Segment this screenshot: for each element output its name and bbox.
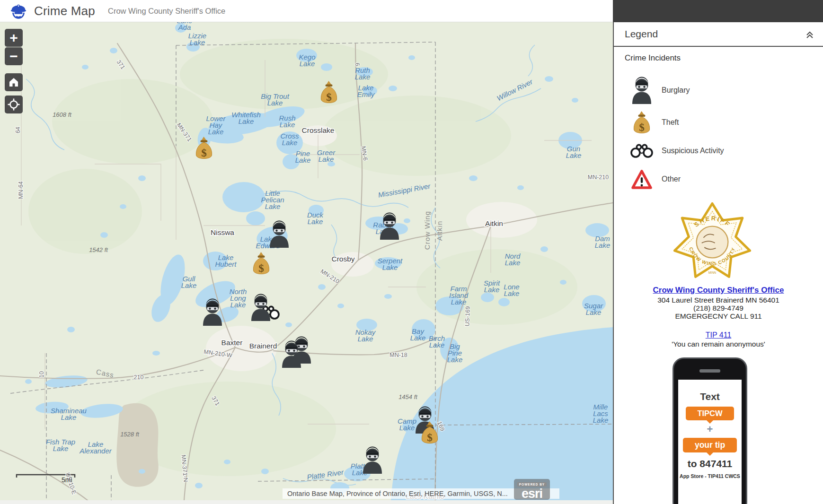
map-canvas[interactable]: LakeAdaLizzieLakeKegoLakeRuthLakeLakeEmi…	[0, 22, 613, 500]
map-label-water: KegoLake	[299, 53, 315, 68]
map-label-town: Brainerd	[249, 342, 277, 350]
anonymous-tagline: 'You can remain anonymous'	[614, 340, 823, 348]
map-label-water: SpiritLake	[484, 279, 500, 294]
map-label-water: LakeEmily	[357, 84, 375, 98]
map-label-water: GreerLake	[317, 148, 336, 163]
burglar-icon	[629, 77, 654, 104]
locate-button[interactable]	[5, 96, 23, 113]
phone-speaker	[699, 369, 720, 373]
map-label-water: BirchLake	[429, 334, 445, 349]
zoom-in-button[interactable]: +	[5, 29, 23, 47]
map-label-water: RuthLake	[355, 66, 371, 81]
app-title: Crime Map	[34, 4, 95, 18]
binoculars-icon	[629, 143, 654, 158]
map-label-water: GunLake	[566, 145, 582, 159]
legend-panel: Legend Crime Incidents Burglary Theft Su…	[613, 0, 823, 504]
your-tip-button[interactable]: your tip	[683, 438, 737, 452]
warning-triangle-icon	[629, 169, 654, 190]
legend-item-other: Other	[629, 166, 681, 192]
home-icon	[8, 77, 19, 88]
office-link[interactable]: Crow Wing County Sheriff's Office	[614, 286, 823, 295]
map-label-road: 64	[15, 127, 21, 133]
map-label-road: 210	[134, 374, 144, 381]
map-label-road: 10	[38, 371, 45, 378]
crime-map-app: Crime Map Crow Wing County Sheriff's Off…	[0, 0, 823, 504]
map-label-water: DamLake	[595, 235, 611, 249]
phone-screen: Text TIPCW + your tip to 847411 App Stor…	[678, 380, 742, 504]
map-label-water: PineLake	[295, 149, 311, 164]
powered-by-label: POWERED BY	[517, 482, 547, 487]
map-label-water: MilleLacsLake	[593, 403, 609, 424]
map-label-elev: 1454 ft	[398, 393, 418, 400]
map-label-water: NordLake	[505, 252, 521, 267]
map-label-water: LakeAda	[177, 22, 193, 31]
map-base: LakeAdaLizzieLakeKegoLakeRuthLakeLakeEmi…	[0, 22, 613, 500]
map-label-water: NorthLongLake	[230, 287, 247, 309]
money-bag-icon	[629, 110, 654, 135]
map-label-elev: 1542 ft	[89, 246, 108, 253]
tipcw-button[interactable]: TIPCW	[686, 407, 734, 420]
map-label-elev: 1608 ft	[53, 111, 72, 118]
camp-ripley-area	[116, 403, 158, 487]
legend-section-title: Crime Incidents	[625, 53, 681, 63]
police-officer-icon	[9, 1, 28, 21]
map-label-county: Crow Wing	[423, 211, 431, 250]
legend-header: Legend	[614, 22, 823, 47]
map-label-water: FarmIslandLake	[449, 285, 469, 306]
legend-item-label: Suspicious Activity	[662, 147, 724, 155]
map-label-water: GullLake	[181, 275, 197, 289]
legend-item-theft: Theft	[629, 109, 679, 136]
map-label-town: Crosby	[331, 255, 354, 263]
legend-item-label: Other	[662, 175, 681, 183]
map-label-town: Baxter	[221, 339, 243, 347]
tip411-link[interactable]: TIP 411	[614, 331, 823, 339]
map-label-county: Aitkin	[435, 221, 443, 241]
app-store-caption: App Store - TIP411 CWCS	[678, 473, 742, 479]
map-label-road: US-169	[464, 306, 471, 326]
panel-top-bar	[613, 0, 823, 22]
legend-item-suspicious-activity: Suspicious Activity	[629, 141, 724, 161]
legend-item-label: Theft	[662, 118, 679, 127]
map-label-town: Nisswa	[211, 228, 234, 236]
map-label-water: DuckLake	[307, 211, 324, 226]
map-label-water: LizzieLake	[188, 32, 206, 46]
map-label-road: MN-64	[18, 181, 24, 199]
map-label-road: MN-210	[588, 174, 609, 181]
svg-text:MINN: MINN	[708, 271, 717, 274]
legend-item-label: Burglary	[662, 86, 690, 95]
office-phone: (218) 829-4749	[614, 304, 823, 313]
map-label-water: BayLake	[410, 327, 426, 342]
tip411-phone-graphic: Text TIPCW + your tip to 847411 App Stor…	[673, 357, 747, 504]
esri-logo: POWERED BY esri	[514, 479, 550, 500]
map-label-water: CrossLake	[280, 132, 299, 147]
home-button[interactable]	[5, 73, 23, 91]
zoom-out-button[interactable]: −	[5, 47, 23, 65]
map-label-water: NokayLake	[355, 328, 376, 343]
map-label-town: Aitkin	[485, 219, 503, 227]
legend-title: Legend	[625, 28, 658, 40]
legend-item-burglary: Burglary	[629, 74, 690, 107]
emergency-text: EMGERGECNY CALL 911	[614, 312, 823, 321]
map-label-water: CampLake	[398, 417, 416, 432]
locate-icon	[8, 98, 20, 111]
sheriff-badge: SHERIFF CROW WING COUNTY MINN	[671, 200, 754, 284]
app-subtitle: Crow Wing County Sheriff's Office	[108, 7, 225, 16]
esri-brand: esri	[514, 487, 550, 500]
app-header: Crime Map Crow Wing County Sheriff's Off…	[0, 0, 613, 22]
collapse-chevron-icon[interactable]	[805, 30, 814, 40]
map-label-water: SugarLake	[584, 302, 603, 316]
office-address: 304 Laurel Street Brainerd MN 56401	[614, 296, 823, 304]
phone-text-label: Text	[678, 391, 742, 402]
map-label-water: LoneLake	[504, 283, 519, 297]
phone-number-label: to 847411	[678, 458, 742, 469]
map-label-town: Crosslake	[302, 126, 335, 134]
map-label-road: MN-18	[389, 352, 407, 358]
scale-label: 5mi	[62, 476, 72, 484]
plus-label: +	[678, 425, 742, 434]
map-label-elev: 1528 ft	[120, 431, 140, 438]
map-label-water: RushLake	[279, 114, 295, 129]
